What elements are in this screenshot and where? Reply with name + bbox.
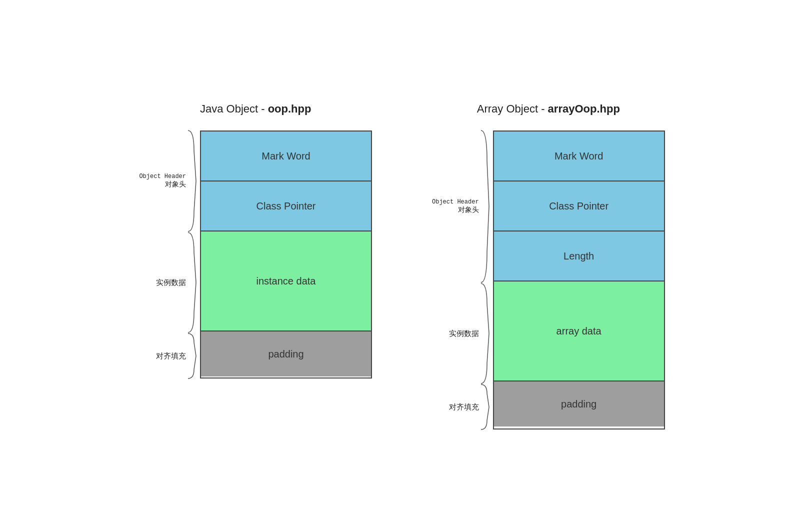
sections-column-java-object: Mark WordClass Pointerinstance datapaddi…	[200, 130, 372, 378]
label-group-array-object-2: 对齐填充	[449, 384, 489, 430]
label-text-java-object-2: 对齐填充	[156, 352, 186, 361]
brace-java-object-2	[188, 334, 196, 378]
label-text-array-object-0: Object Header对象头	[432, 198, 479, 214]
section-java-object-0: Mark Word	[201, 132, 371, 182]
brace-array-object-2	[481, 384, 489, 430]
brace-java-object-1	[188, 232, 196, 332]
diagram-java-object: Java Object - oop.hppObject Header对象头实例数…	[139, 102, 372, 378]
brace-java-object-0	[188, 130, 196, 232]
page-container: Java Object - oop.hppObject Header对象头实例数…	[0, 82, 804, 450]
label-column-array-object: Object Header对象头实例数据对齐填充	[432, 130, 489, 430]
label-text-array-object-1: 实例数据	[449, 329, 479, 338]
diagram-array-object: Array Object - arrayOop.hppObject Header…	[432, 102, 665, 430]
label-group-java-object-2: 对齐填充	[156, 334, 196, 378]
section-array-object-0: Mark Word	[494, 132, 664, 182]
diagram-body-java-object: Object Header对象头实例数据对齐填充Mark WordClass P…	[139, 130, 372, 378]
label-group-array-object-0: Object Header对象头	[432, 130, 489, 282]
label-text-array-object-2: 对齐填充	[449, 402, 479, 412]
diagram-title-java-object: Java Object - oop.hpp	[200, 102, 311, 116]
label-group-java-object-1: 实例数据	[156, 232, 196, 332]
section-array-object-4: padding	[494, 382, 664, 426]
diagram-body-array-object: Object Header对象头实例数据对齐填充Mark WordClass P…	[432, 130, 665, 430]
section-java-object-3: padding	[201, 332, 371, 376]
diagram-title-array-object: Array Object - arrayOop.hpp	[477, 102, 620, 116]
label-text-java-object-0: Object Header对象头	[139, 173, 186, 189]
label-group-java-object-0: Object Header对象头	[139, 130, 196, 232]
section-java-object-2: instance data	[201, 232, 371, 332]
section-java-object-1: Class Pointer	[201, 182, 371, 232]
label-text-java-object-1: 实例数据	[156, 278, 186, 288]
brace-array-object-1	[481, 284, 489, 384]
sections-column-array-object: Mark WordClass PointerLengtharray datapa…	[493, 130, 665, 430]
label-group-array-object-1: 实例数据	[449, 284, 489, 384]
section-array-object-1: Class Pointer	[494, 182, 664, 232]
label-column-java-object: Object Header对象头实例数据对齐填充	[139, 130, 196, 378]
brace-array-object-0	[481, 130, 489, 282]
section-array-object-2: Length	[494, 232, 664, 282]
section-array-object-3: array data	[494, 282, 664, 382]
